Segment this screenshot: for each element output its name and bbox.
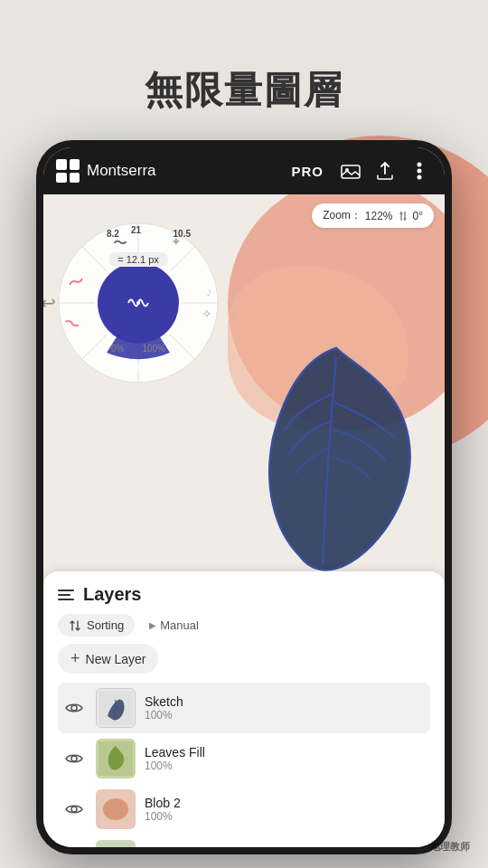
layers-header: Layers — [58, 584, 430, 605]
wheel-arrow-right-top[interactable]: › — [231, 290, 236, 307]
brush-stroke-4: ✧ — [202, 307, 212, 321]
svg-point-19 — [71, 807, 77, 812]
blob2-thumbnail — [99, 792, 133, 826]
phone-screen: Montserra PRO — [43, 147, 445, 847]
svg-point-21 — [103, 798, 128, 820]
layer-item-sketch[interactable]: Sketch 100% — [58, 683, 430, 733]
manual-badge-button[interactable]: Manual — [142, 614, 206, 637]
wheel-num-top: 21 — [131, 225, 141, 235]
brush-wheel[interactable]: 8.2 21 10.5 12.1 〜 ✦ ♪ ✧ 〜 〜 — [57, 222, 220, 384]
canvas-area[interactable]: Zoom： 122% 0° — [43, 194, 445, 583]
page-title: 無限量圖層 — [145, 65, 343, 116]
zoom-value: 122% — [365, 210, 393, 222]
app-logo — [56, 159, 80, 183]
layer-name-sketch: Sketch — [145, 694, 183, 709]
svg-point-17 — [71, 756, 77, 761]
more-options-icon[interactable] — [407, 158, 432, 184]
brush-stroke-3: ♪ — [206, 285, 212, 299]
phone-frame: Montserra PRO — [36, 140, 452, 854]
leaf-drawing — [237, 330, 436, 583]
svg-point-3 — [418, 169, 422, 174]
zoom-indicator: Zoom： 122% 0° — [312, 203, 434, 228]
layer-info-blob2: Blob 2 100% — [145, 796, 181, 823]
hamburger-icon[interactable] — [58, 590, 74, 600]
manual-label: Manual — [160, 618, 199, 632]
layer-name-blob: Blob — [145, 846, 173, 847]
layer-info-blob: Blob 100% — [145, 846, 173, 847]
svg-rect-23 — [99, 843, 133, 847]
layer-thumb-sketch — [96, 688, 136, 728]
pct-left: 0% — [111, 344, 124, 354]
brush-pct-labels: 0% 100% — [111, 344, 165, 354]
layers-panel: Layers Sorting Manual + New Layer — [43, 571, 445, 847]
eye-icon-leaves — [65, 752, 83, 765]
svg-point-15 — [71, 705, 77, 711]
top-bar: Montserra PRO — [43, 147, 445, 194]
sort-arrows-icon — [69, 619, 81, 632]
eye-icon-blob2 — [65, 803, 83, 816]
layer-list: Sketch 100% — [58, 683, 430, 847]
wheel-num-bottom: 12.1 — [129, 363, 146, 373]
layer-item-blob[interactable]: Blob 100% — [58, 835, 430, 847]
upload-icon[interactable] — [372, 158, 398, 184]
layer-name-leaves: Leaves Fill — [145, 745, 205, 760]
app-name: Montserra — [87, 162, 284, 180]
layer-item-leaves[interactable]: Leaves Fill 100% — [58, 733, 430, 784]
sorting-label: Sorting — [87, 618, 124, 632]
layer-eye-sketch[interactable] — [61, 702, 87, 714]
zoom-label: Zoom： — [323, 208, 361, 223]
sketch-thumbnail — [99, 691, 133, 725]
layer-opacity-leaves: 100% — [145, 760, 205, 772]
svg-rect-0 — [342, 165, 360, 178]
blob-thumbnail — [99, 843, 133, 847]
layer-thumb-blob — [96, 840, 136, 847]
plus-icon: + — [70, 649, 80, 668]
layer-info-leaves: Leaves Fill 100% — [145, 745, 205, 772]
zoom-rotation: 0° — [413, 210, 423, 222]
watermark-text: 地理教师 — [430, 841, 470, 852]
brush-stroke-2: ✦ — [171, 234, 182, 249]
leaves-thumbnail — [99, 741, 133, 776]
top-bar-icons — [338, 158, 432, 184]
watermark: 地理教师 — [430, 840, 470, 854]
wheel-arrow-left[interactable]: ↩ — [43, 292, 56, 314]
layer-info-sketch: Sketch 100% — [145, 694, 183, 722]
wheel-center[interactable] — [98, 262, 179, 344]
wheel-arrow-right-bot[interactable]: › — [231, 307, 236, 323]
pro-badge: PRO — [291, 164, 324, 179]
new-layer-button[interactable]: + New Layer — [58, 644, 158, 674]
svg-point-2 — [418, 163, 422, 167]
pct-right: 100% — [142, 344, 165, 354]
svg-point-4 — [418, 175, 422, 180]
layer-thumb-leaves — [96, 739, 136, 778]
gallery-icon[interactable] — [338, 158, 363, 184]
sorting-row: Sorting Manual — [58, 614, 430, 637]
layer-name-blob2: Blob 2 — [145, 796, 181, 810]
layer-thumb-blob2 — [96, 789, 136, 829]
layer-opacity-blob2: 100% — [145, 810, 181, 823]
brush-size-label: = 12.1 px — [108, 252, 168, 267]
layer-opacity-sketch: 100% — [145, 709, 183, 722]
waveform-icon — [127, 291, 150, 315]
layer-eye-blob2[interactable] — [61, 803, 87, 816]
layer-item-blob2[interactable]: Blob 2 100% — [58, 784, 430, 835]
eye-icon-sketch — [65, 702, 83, 714]
brush-stroke-1: 〜 — [113, 234, 127, 253]
sorting-button[interactable]: Sorting — [58, 614, 135, 637]
layer-eye-leaves[interactable] — [61, 752, 87, 765]
new-layer-label: New Layer — [86, 652, 146, 666]
layers-title: Layers — [83, 584, 142, 605]
